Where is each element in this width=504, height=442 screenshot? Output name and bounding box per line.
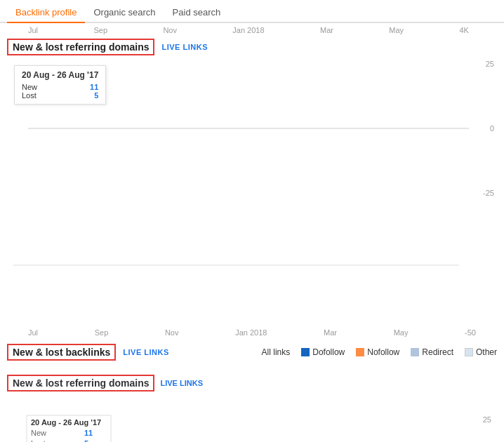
x-label-jan: Jan 2018 (232, 26, 264, 34)
legend-other-color (465, 348, 473, 356)
svg-text:5: 5 (84, 439, 88, 442)
chart1-main-svg (7, 206, 497, 325)
legend-redirect-label: Redirect (422, 347, 453, 357)
chart1-overlay-title: New & lost referring domains (7, 375, 154, 391)
chart1-header: New & lost referring domains LIVE LINKS (7, 39, 497, 55)
tooltip-lost-row: Lost 5 (22, 91, 98, 100)
x-label-jul: Jul (28, 26, 38, 34)
svg-text:New: New (31, 429, 46, 437)
legend-dofollow-label: Dofollow (312, 347, 345, 357)
chart2-legend: All links Dofollow Nofollow Redirect Oth… (262, 347, 497, 357)
chart1-wrapper: 20 Aug - 26 Aug '17 New 11 Lost 5 (7, 58, 497, 199)
x-axis-top: Jul Sep Nov Jan 2018 Mar May 4K (0, 23, 504, 34)
legend-dofollow-color (301, 348, 310, 356)
svg-text:25: 25 (483, 415, 491, 424)
legend-other: Other (465, 347, 497, 357)
chart2-live-links-badge[interactable]: LIVE LINKS (123, 348, 169, 356)
chart1-full (7, 206, 497, 327)
y-label-neg25: -25 (483, 189, 494, 197)
chart2-header: New & lost backlinks LIVE LINKS All link… (7, 344, 497, 361)
tab-backlink-profile[interactable]: Backlink profile (7, 3, 85, 23)
x-label-mar: Mar (320, 26, 333, 34)
tooltip-new-label: New (22, 83, 37, 91)
tooltip-new-row: New 11 (22, 83, 98, 91)
x-label-4k: 4K (459, 26, 468, 34)
chart1-y-axis: 25 0 -25 (470, 58, 497, 199)
chart2-section: New & lost backlinks LIVE LINKS All link… (0, 340, 504, 368)
tooltip-date: 20 Aug - 26 Aug '17 (22, 70, 98, 80)
chart1-overlay-badge[interactable]: LIVE LINKS (160, 379, 203, 387)
tab-paid-search[interactable]: Paid search (164, 3, 230, 22)
charts-container: 25 0 -25 (0, 368, 504, 442)
tooltip-new-value: 11 (90, 83, 98, 91)
legend-redirect: Redirect (411, 347, 453, 357)
legend-nofollow-label: Nofollow (367, 347, 399, 357)
x-label-may: May (389, 26, 404, 34)
chart1-section: New & lost referring domains LIVE LINKS … (0, 34, 504, 206)
chart1-overlay-header: New & lost referring domains LIVE LINKS (7, 375, 203, 391)
legend-nofollow-color (356, 348, 364, 356)
x-label-nov: Nov (163, 26, 177, 34)
legend-dofollow: Dofollow (301, 347, 345, 357)
chart1-live-links-badge[interactable]: LIVE LINKS (161, 43, 208, 51)
tab-organic-search[interactable]: Organic search (85, 3, 164, 22)
legend-other-label: Other (476, 347, 497, 357)
svg-text:20 Aug - 26 Aug '17: 20 Aug - 26 Aug '17 (31, 418, 101, 427)
legend-all-links: All links (262, 347, 291, 357)
svg-text:11: 11 (84, 429, 93, 437)
svg-text:Lost: Lost (31, 439, 46, 442)
y-label-0: 0 (490, 124, 494, 133)
chart1-title: New & lost referring domains (7, 39, 154, 55)
x-axis-mid: Jul Sep Nov Jan 2018 Mar May -50 (0, 327, 504, 337)
y-label-25: 25 (486, 60, 494, 68)
tooltip-lost-value: 5 (94, 91, 98, 100)
legend-nofollow: Nofollow (356, 347, 399, 357)
chart1-tooltip: 20 Aug - 26 Aug '17 New 11 Lost 5 (14, 65, 106, 105)
chart2-title: New & lost backlinks (7, 344, 116, 361)
x-label-sep: Sep (93, 26, 107, 34)
tab-bar: Backlink profile Organic search Paid sea… (0, 0, 504, 23)
legend-redirect-color (411, 348, 419, 356)
tooltip-lost-label: Lost (22, 91, 37, 100)
